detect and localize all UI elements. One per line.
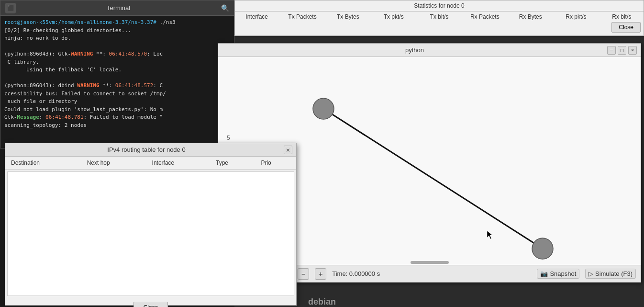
network-link (323, 109, 543, 249)
speed-increase-button[interactable]: + (315, 268, 326, 280)
terminal-icon: ⬛ (5, 3, 16, 13)
terminal-line-11: Gtk-Message: 06:41:48.781: Failed to loa… (4, 114, 230, 122)
terminal-line-2: [0/2] Re-checking globbed directories... (4, 27, 230, 35)
minimize-button[interactable]: − (607, 46, 616, 55)
maximize-button[interactable]: □ (618, 46, 626, 55)
terminal-line-6: Using the fallback 'C' locale. (4, 66, 230, 74)
simulate-button[interactable]: ▷ Simulate (F3) (585, 269, 636, 279)
terminal-title: Terminal (16, 4, 221, 11)
terminal-line-4: (python:896043): Gtk-WARNING **: 06:41:4… (4, 50, 230, 58)
routing-titlebar: IPv4 routing table for node 0 × (5, 143, 296, 157)
stat-col-tx-bit: Tx bit/s (421, 13, 457, 20)
close-button[interactable]: × (628, 46, 637, 55)
stat-col-tx-bytes: Tx Bytes (330, 13, 366, 20)
node-0-circle[interactable] (313, 98, 334, 119)
routing-close-footer-button[interactable]: Close (133, 302, 168, 307)
routing-table: Destination Next hop Interface Type Prio (5, 157, 296, 170)
routing-dialog-title: IPv4 routing table for node 0 (9, 146, 284, 153)
snapshot-icon: 📷 (540, 270, 548, 277)
stat-col-rx-packets: Rx Packets (467, 13, 503, 20)
statistics-close-button[interactable]: Close (611, 22, 641, 33)
stat-col-interface: Interface (239, 13, 275, 20)
search-icon[interactable]: 🔍 (221, 4, 229, 12)
time-display: Time: 0.000000 s (332, 270, 380, 277)
node-1-circle[interactable] (532, 238, 553, 259)
routing-dialog: IPv4 routing table for node 0 × Destinat… (5, 143, 297, 306)
statistics-columns: Interface Tx Packets Tx Bytes Tx pkt/s T… (235, 11, 644, 22)
stat-col-rx-pkt: Rx pkt/s (558, 13, 594, 20)
routing-footer: Close (5, 298, 296, 307)
stat-col-rx-bytes: Rx Bytes (512, 13, 548, 20)
terminal-line-5: C library. (4, 58, 230, 67)
statistics-title: Statistics for node 0 (235, 0, 644, 11)
snapshot-button[interactable]: 📷 Snapshot (537, 269, 579, 279)
speed-decrease-button[interactable]: − (298, 268, 309, 280)
col-prio: Prio (255, 157, 296, 170)
stat-col-tx-packets: Tx Packets (284, 13, 320, 20)
terminal-line-9: such file or directory (4, 98, 230, 106)
terminal-line-7: (python:896043): dbind-WARNING **: 06:41… (4, 82, 230, 90)
python-titlebar: python − □ × (218, 44, 641, 57)
terminal-titlebar: ⬛ Terminal 🔍 (0, 0, 234, 16)
terminal-line-3: ninja: no work to do. (4, 34, 230, 43)
terminal-line-8: ccessibility bus: Failed to connect to s… (4, 90, 230, 98)
col-interface: Interface (146, 157, 210, 170)
simulate-label: ▷ Simulate (F3) (588, 270, 633, 277)
col-type: Type (210, 157, 255, 170)
statistics-bar: Statistics for node 0 Interface Tx Packe… (234, 0, 644, 36)
terminal-line-blank1 (4, 43, 230, 51)
window-controls: − □ × (607, 46, 637, 55)
routing-close-button[interactable]: × (284, 146, 292, 154)
terminal-body: root@jason-k55vm:/home/ns-allinone-3.37/… (0, 16, 234, 148)
routing-table-body (7, 171, 294, 296)
col-destination: Destination (5, 157, 81, 170)
terminal-line-blank2 (4, 74, 230, 82)
python-title: python (222, 46, 607, 54)
stat-col-tx-pkt: Tx pkt/s (376, 13, 411, 20)
terminal-window: ⬛ Terminal 🔍 root@jason-k55vm:/home/ns-a… (0, 0, 234, 148)
routing-table-header: Destination Next hop Interface Type Prio (5, 157, 296, 170)
horizontal-scrollbar[interactable] (411, 261, 449, 264)
terminal-line-12: scanning_topology: 2 nodes (4, 122, 230, 130)
snapshot-label: Snapshot (550, 270, 576, 277)
col-nexthop: Next hop (81, 157, 146, 170)
stat-col-rx-bit: Rx bit/s (604, 13, 640, 20)
terminal-line-10: Could not load plugin 'show_last_packets… (4, 106, 230, 114)
terminal-line-1: root@jason-k55vm:/home/ns-allinone-3.37/… (4, 19, 230, 27)
